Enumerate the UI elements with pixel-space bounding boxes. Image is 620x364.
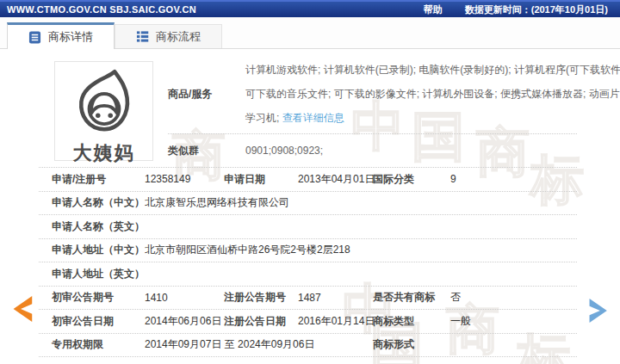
chevron-right-icon (586, 294, 612, 327)
field-label: 申请人地址（英文） (52, 267, 145, 281)
content-area: 大姨妈 商品/服务 计算机游戏软件; 计算机软件(已录制); 电脑软件(录制好的… (0, 49, 620, 357)
goods-line: 计算机游戏软件; 计算机软件(已录制); 电脑软件(录制好的); 计算机程序(可… (245, 58, 620, 82)
field-label: 初审公告日期 (52, 314, 145, 329)
field-value: 2014年06月06日 (145, 314, 224, 329)
similar-group-row: 类似群 0901;0908;0923; (168, 134, 577, 167)
goods-line: 学习机; (245, 112, 279, 124)
similar-group-label: 类似群 (168, 144, 245, 158)
field-row: 申请人名称（英文） (39, 215, 577, 239)
previous-arrow-button[interactable] (8, 293, 35, 329)
field-value: 2016年01月14日 (298, 314, 373, 329)
field-value: 一般 (450, 314, 577, 329)
field-label: 申请人名称（中文） (52, 195, 145, 210)
data-update-time: 数据更新时间：(2017年10月01日) (465, 3, 608, 16)
field-value: 北京康智乐思网络科技有限公司 (145, 195, 577, 210)
field-label: 初审公告期号 (52, 290, 145, 305)
goods-line: 可下载的音乐文件; 可下载的影像文件; 计算机外围设备; 便携式媒体播放器; 动… (245, 82, 620, 106)
goods-services-row: 商品/服务 计算机游戏软件; 计算机软件(已录制); 电脑软件(录制好的); 计… (168, 49, 577, 134)
field-row: 初审公告日期 2014年06月06日 注册公告日期 2016年01月14日 商标… (39, 310, 577, 334)
field-row: 申请/注册号 12358149 申请日期 2013年04月01日 国际分类 9 (39, 168, 577, 192)
trademark-name: 大姨妈 (55, 140, 152, 166)
field-value: 1410 (145, 292, 224, 304)
field-label: 申请/注册号 (52, 172, 145, 187)
header-bar: WWW.CTMO.GOV.CN SBJ.SAIC.GOV.CN 帮助 数据更新时… (0, 0, 620, 17)
field-label: 专用权期限 (52, 337, 145, 352)
field-value: 否 (450, 290, 577, 305)
field-value: 12358149 (145, 173, 224, 185)
chevron-left-icon (8, 293, 35, 325)
detail-table: 申请/注册号 12358149 申请日期 2013年04月01日 国际分类 9 … (39, 167, 577, 357)
site-url: WWW.CTMO.GOV.CN SBJ.SAIC.GOV.CN (7, 4, 196, 15)
field-value: 2014年09月07日 至 2024年09月06日 (145, 337, 373, 352)
field-value: 9 (450, 173, 577, 185)
trademark-logo-image (71, 68, 137, 137)
trademark-logo: 大姨妈 (54, 61, 153, 161)
field-value: 北京市朝阳区酒仙桥中路26号院2号楼2层218 (145, 243, 577, 257)
trademark-detail-page: 中 国 商 标 商 中 国 商 标 WWW.CTMO.GOV.CN SBJ.SA… (0, 0, 620, 364)
field-label: 申请日期 (224, 172, 298, 187)
field-label: 是否共有商标 (373, 290, 450, 305)
view-details-link[interactable]: 查看详细信息 (282, 112, 344, 124)
next-arrow-button[interactable] (586, 294, 612, 330)
field-label: 注册公告期号 (224, 290, 298, 305)
field-label: 商标形式 (373, 337, 450, 352)
goods-section: 大姨妈 商品/服务 计算机游戏软件; 计算机软件(已录制); 电脑软件(录制好的… (0, 49, 620, 167)
tab-trademark-flow[interactable]: 商标流程 (115, 24, 222, 48)
field-row: 申请人地址（英文） (39, 262, 577, 287)
similar-group-value: 0901;0908;0923; (245, 145, 577, 157)
field-row: 申请人地址（中文） 北京市朝阳区酒仙桥中路26号院2号楼2层218 (39, 239, 577, 263)
field-value: 1487 (298, 292, 373, 304)
goods-services-label: 商品/服务 (168, 87, 245, 102)
field-label: 注册公告日期 (224, 314, 298, 329)
field-row: 初审公告期号 1410 注册公告期号 1487 是否共有商标 否 (39, 287, 577, 311)
document-icon (28, 31, 41, 44)
field-row: 申请人名称（中文） 北京康智乐思网络科技有限公司 (39, 192, 577, 216)
tab-label: 商标详情 (48, 29, 93, 45)
tab-label: 商标流程 (156, 29, 201, 45)
tab-bar: 商标详情 商标流程 (0, 17, 620, 49)
tab-trademark-detail[interactable]: 商标详情 (7, 22, 115, 49)
field-value: 2013年04月01日 (298, 172, 373, 187)
list-icon (136, 30, 149, 43)
field-row: 专用权期限 2014年09月07日 至 2024年09月06日 商标形式 (39, 334, 577, 358)
field-label: 国际分类 (373, 172, 450, 187)
field-label: 商标类型 (373, 314, 450, 329)
help-link[interactable]: 帮助 (424, 3, 443, 16)
field-label: 申请人地址（中文） (52, 243, 145, 257)
field-label: 申请人名称（英文） (52, 219, 145, 234)
